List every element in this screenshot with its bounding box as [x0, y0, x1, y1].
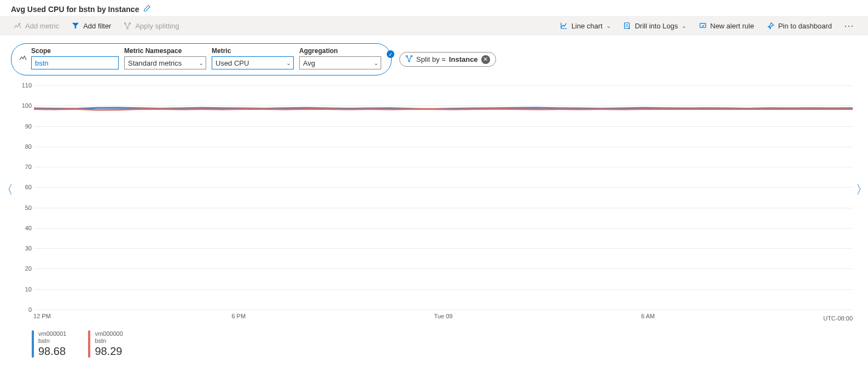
legend-series-scope: bstn	[38, 337, 66, 345]
prev-metric-button[interactable]: 〈	[1, 182, 12, 198]
grid-line	[34, 126, 853, 127]
grid-line	[34, 106, 853, 106]
y-tick: 40	[15, 225, 32, 231]
legend-series-value: 98.68	[38, 345, 66, 358]
remove-split-icon[interactable]: ✕	[481, 55, 490, 64]
add-metric-label: Add metric	[25, 22, 59, 30]
edit-title-icon[interactable]	[143, 4, 151, 14]
namespace-select[interactable]: Standard metrics ⌄	[124, 56, 206, 69]
x-tick: 6 AM	[641, 313, 655, 319]
namespace-value: Standard metrics	[128, 59, 182, 67]
grid-line	[34, 248, 853, 249]
split-chip-value: Instance	[449, 55, 478, 63]
chart-area: 0102030405060708090100110 12 PM6 PMTue 0…	[15, 85, 853, 327]
y-tick: 80	[15, 143, 32, 150]
scope-label: Scope	[31, 47, 119, 55]
plot-area[interactable]	[34, 85, 853, 310]
y-tick: 0	[15, 306, 32, 313]
grid-line	[34, 167, 853, 167]
grid-line	[34, 289, 853, 290]
next-metric-button[interactable]: 〉	[856, 182, 867, 198]
x-tick: Tue 09	[434, 313, 453, 319]
logs-icon	[623, 21, 632, 30]
metric-select[interactable]: Used CPU ⌄	[212, 56, 294, 69]
metric-value: Used CPU	[215, 59, 249, 67]
valid-check-icon: ✓	[387, 50, 394, 58]
metric-label: Metric	[212, 47, 294, 55]
line-chart-button[interactable]: Line chart ⌄	[557, 19, 613, 32]
grid-line	[34, 228, 853, 229]
legend-item[interactable]: vm000001bstn98.68	[32, 330, 66, 358]
svg-point-7	[409, 60, 410, 62]
split-icon	[123, 21, 132, 30]
add-filter-button[interactable]: Add filter	[69, 19, 113, 32]
y-tick: 50	[15, 205, 32, 211]
new-alert-rule-label: New alert rule	[710, 22, 754, 30]
legend-item[interactable]: vm000000bstn98.29	[88, 330, 123, 358]
legend-color-bar	[88, 330, 90, 358]
chevron-down-icon: ⌄	[286, 60, 291, 67]
toolbar: Add metric Add filter Apply splitting Li…	[0, 16, 868, 36]
y-tick: 110	[15, 82, 32, 89]
apply-splitting-label: Apply splitting	[135, 22, 179, 30]
grid-line	[34, 187, 853, 188]
y-tick: 70	[15, 164, 32, 170]
grid-line	[34, 147, 853, 147]
y-tick: 100	[15, 102, 32, 109]
metric-definition-pill: Scope bstn Metric Namespace Standard met…	[11, 43, 392, 75]
grid-line	[34, 269, 853, 269]
pin-to-dashboard-label: Pin to dashboard	[778, 22, 832, 30]
metric-series-icon	[19, 54, 27, 63]
line-chart-label: Line chart	[572, 22, 603, 30]
aggregation-select[interactable]: Avg ⌄	[299, 56, 381, 69]
apply-splitting-button[interactable]: Apply splitting	[121, 19, 181, 32]
legend: vm000001bstn98.68vm000000bstn98.29	[0, 327, 868, 358]
x-axis: 12 PM6 PMTue 096 AM	[34, 313, 853, 322]
x-tick: 12 PM	[33, 313, 51, 319]
chevron-down-icon: ⌄	[199, 60, 203, 67]
add-filter-label: Add filter	[83, 22, 111, 30]
y-tick: 20	[15, 265, 32, 272]
grid-line	[34, 310, 853, 310]
page-title: Avg Used CPU for bstn by Instance	[11, 5, 139, 14]
x-tick: 6 PM	[231, 313, 246, 319]
add-metric-icon	[13, 21, 22, 30]
line-chart-icon	[560, 21, 568, 30]
split-icon	[405, 55, 413, 64]
chevron-down-icon: ⌄	[681, 22, 686, 30]
namespace-label: Metric Namespace	[124, 47, 206, 55]
aggregation-label: Aggregation	[299, 47, 381, 55]
y-axis: 0102030405060708090100110	[15, 85, 34, 310]
grid-line	[34, 208, 853, 208]
svg-point-2	[127, 27, 129, 29]
filter-icon	[71, 21, 80, 30]
alert-icon	[698, 21, 707, 30]
y-tick: 10	[15, 286, 32, 293]
legend-series-name: vm000000	[95, 330, 123, 337]
split-by-chip[interactable]: Split by = Instance ✕	[399, 52, 496, 67]
legend-series-name: vm000001	[38, 330, 66, 337]
pin-to-dashboard-button[interactable]: Pin to dashboard	[764, 19, 834, 32]
legend-series-scope: bstn	[95, 337, 123, 345]
aggregation-value: Avg	[303, 59, 315, 67]
chart-lines	[34, 85, 853, 310]
chevron-down-icon: ⌄	[374, 60, 378, 67]
legend-series-value: 98.29	[95, 345, 123, 358]
scope-input[interactable]: bstn	[31, 56, 119, 69]
y-tick: 60	[15, 184, 32, 190]
y-tick: 30	[15, 245, 32, 252]
new-alert-rule-button[interactable]: New alert rule	[696, 19, 756, 32]
scope-value: bstn	[35, 59, 49, 67]
series-line	[34, 109, 853, 110]
drill-into-logs-button[interactable]: Drill into Logs ⌄	[621, 19, 689, 32]
drill-into-logs-label: Drill into Logs	[635, 22, 678, 30]
legend-color-bar	[32, 330, 34, 358]
more-actions-button[interactable]: ⋯	[842, 20, 857, 32]
grid-line	[34, 85, 853, 86]
timezone-label: UTC-08:00	[823, 315, 853, 322]
y-tick: 90	[15, 123, 32, 130]
add-metric-button[interactable]: Add metric	[11, 19, 61, 32]
chevron-down-icon: ⌄	[606, 22, 611, 30]
split-chip-prefix: Split by =	[416, 55, 446, 63]
pin-icon	[766, 21, 775, 30]
